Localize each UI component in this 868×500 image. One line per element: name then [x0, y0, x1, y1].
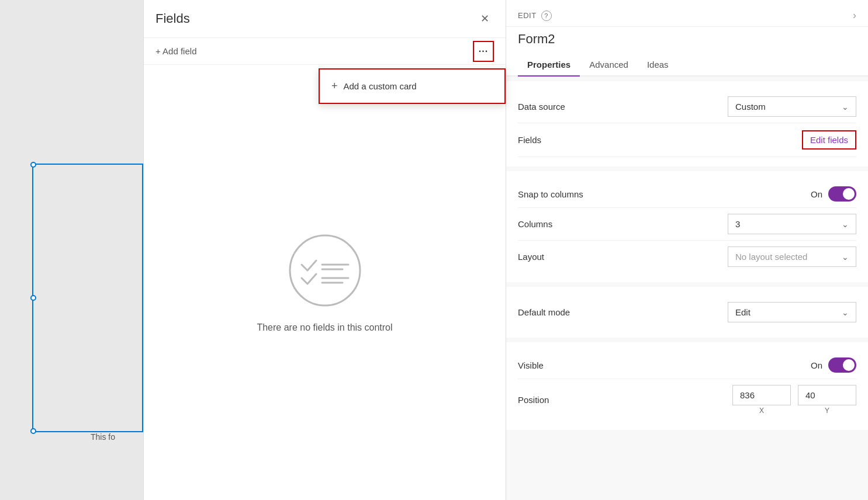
fields-title: Fields — [155, 11, 190, 26]
columns-row: Columns 3 ⌄ — [518, 208, 856, 241]
data-source-row: Data source Custom ⌄ — [518, 91, 856, 123]
visibility-section: Visible On Position X Y — [506, 342, 868, 430]
position-inputs: X Y — [732, 385, 856, 415]
forward-arrow-icon[interactable]: › — [853, 9, 856, 22]
add-custom-card-label: Add a custom card — [344, 81, 417, 91]
position-y-label: Y — [825, 407, 829, 415]
selection-box — [32, 164, 143, 432]
fields-label: Fields — [518, 135, 541, 145]
columns-dropdown[interactable]: 3 ⌄ — [728, 214, 856, 234]
position-label: Position — [518, 395, 549, 405]
add-custom-card-item[interactable]: + Add a custom card — [320, 72, 504, 100]
handle-top-left[interactable] — [30, 162, 36, 168]
layout-label: Layout — [518, 252, 544, 262]
form-name: Form2 — [506, 27, 868, 54]
empty-state-text: There are no fields in this control — [257, 322, 392, 333]
snap-to-columns-row: Snap to columns On — [518, 180, 856, 208]
position-x-input[interactable] — [732, 385, 791, 405]
mode-section: Default mode Edit ⌄ — [506, 287, 868, 338]
layout-placeholder: No layout selected — [735, 252, 807, 262]
plus-icon: + — [331, 80, 338, 92]
more-options-dots: ··· — [479, 46, 488, 57]
default-mode-label: Default mode — [518, 307, 570, 317]
canvas-bottom-text: This fo — [91, 432, 115, 442]
props-tabs: Properties Advanced Ideas — [506, 54, 868, 77]
canvas-area: This fo — [0, 0, 143, 500]
add-field-button[interactable]: + Add field — [155, 46, 196, 56]
columns-value: 3 — [735, 219, 740, 229]
data-source-dropdown[interactable]: Custom ⌄ — [728, 96, 856, 117]
default-mode-row: Default mode Edit ⌄ — [518, 296, 856, 328]
data-section: Data source Custom ⌄ Fields Edit fields — [506, 81, 868, 166]
add-field-row: + Add field ··· + Add a custom card — [144, 38, 506, 65]
handle-mid-left[interactable] — [30, 295, 36, 301]
empty-state-icon — [287, 232, 363, 308]
svg-point-0 — [290, 235, 360, 305]
snap-toggle[interactable] — [828, 186, 856, 202]
tab-properties[interactable]: Properties — [518, 54, 580, 77]
snap-toggle-control: On — [811, 186, 856, 202]
fields-header: Fields ✕ — [144, 0, 506, 38]
fields-panel: Fields ✕ + Add field ··· + Add a custom … — [143, 0, 506, 500]
dropdown-menu: + Add a custom card — [319, 68, 506, 104]
properties-panel: EDIT ? › Form2 Properties Advanced Ideas… — [506, 0, 868, 500]
chevron-down-icon: ⌄ — [842, 102, 849, 112]
default-mode-value: Edit — [735, 307, 751, 317]
edit-fields-button[interactable]: Edit fields — [802, 130, 856, 150]
visible-row: Visible On — [518, 352, 856, 379]
add-field-label: + Add field — [155, 46, 196, 56]
position-y-input[interactable] — [798, 385, 856, 405]
chevron-down-icon: ⌄ — [842, 252, 849, 262]
snap-to-columns-label: Snap to columns — [518, 189, 583, 199]
chevron-down-icon: ⌄ — [842, 308, 849, 317]
snap-toggle-on-label: On — [811, 189, 822, 199]
chevron-down-icon: ⌄ — [842, 220, 849, 229]
columns-label: Columns — [518, 219, 552, 229]
edit-label: EDIT ? — [518, 11, 552, 21]
visible-on-label: On — [811, 360, 822, 370]
layout-dropdown[interactable]: No layout selected ⌄ — [728, 246, 856, 267]
position-row: Position X Y — [518, 379, 856, 421]
default-mode-dropdown[interactable]: Edit ⌄ — [728, 302, 856, 322]
data-source-value: Custom — [735, 102, 766, 112]
more-options-button[interactable]: ··· — [473, 41, 494, 62]
props-header: EDIT ? › — [506, 0, 868, 27]
empty-state: There are no fields in this control — [144, 65, 506, 500]
visible-toggle[interactable] — [828, 357, 856, 373]
handle-bot-left[interactable] — [30, 428, 36, 434]
position-x-label: X — [759, 407, 764, 415]
help-icon[interactable]: ? — [541, 11, 552, 21]
visible-label: Visible — [518, 360, 544, 370]
visible-toggle-control: On — [811, 357, 856, 373]
close-button[interactable]: ✕ — [475, 9, 494, 28]
layout-section: Snap to columns On Columns 3 ⌄ Layout No… — [506, 171, 868, 282]
layout-row: Layout No layout selected ⌄ — [518, 241, 856, 273]
fields-row: Fields Edit fields — [518, 123, 856, 157]
data-source-label: Data source — [518, 102, 565, 112]
tab-advanced[interactable]: Advanced — [580, 54, 638, 77]
tab-ideas[interactable]: Ideas — [638, 54, 678, 77]
